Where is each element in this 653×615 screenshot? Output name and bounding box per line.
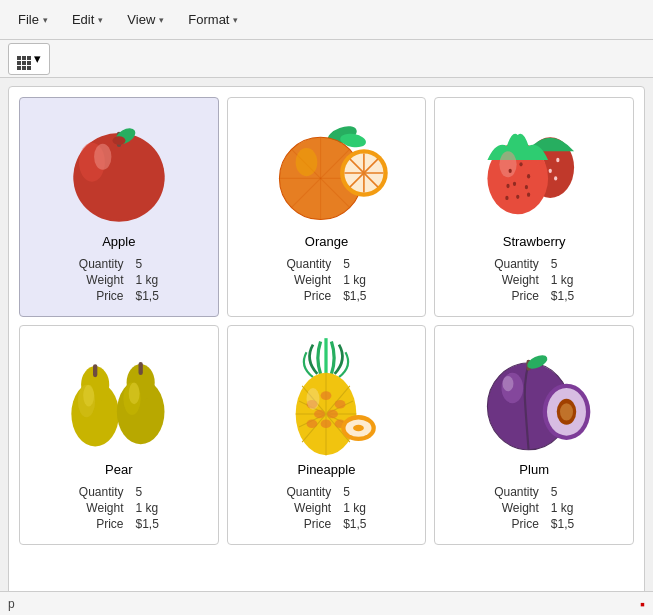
price-label: Price [494,517,539,531]
price-label: Price [79,517,124,531]
format-arrow-icon: ▾ [233,15,238,25]
fruit-image-pear [54,336,184,456]
price-label: Price [286,517,331,531]
fruit-details-apple: Quantity 5 Weight 1 kg Price $1,5 [79,257,159,303]
statusbar-corner-icon: ▪ [640,596,645,612]
fruit-image-orange [261,108,391,228]
fruit-name-apple: Apple [102,234,135,249]
fruit-card-apple[interactable]: Apple Quantity 5 Weight 1 kg Price $1,5 [19,97,219,317]
quantity-label: Quantity [79,257,124,271]
grid-icon [17,48,31,70]
svg-point-65 [307,388,320,410]
menubar: File ▾ Edit ▾ View ▾ Format ▾ [0,0,653,40]
weight-value: 1 kg [551,501,574,515]
weight-value: 1 kg [136,273,159,287]
svg-point-61 [328,410,339,419]
quantity-label: Quantity [494,257,539,271]
menu-file[interactable]: File ▾ [8,8,58,31]
quantity-value: 5 [343,257,366,271]
quantity-value: 5 [136,257,159,271]
file-arrow-icon: ▾ [43,15,48,25]
weight-label: Weight [79,501,124,515]
edit-arrow-icon: ▾ [98,15,103,25]
svg-point-57 [321,392,332,401]
grid-dropdown-arrow: ▾ [34,51,41,66]
fruit-card-pineapple[interactable]: Pineapple Quantity 5 Weight 1 kg Price $… [227,325,427,545]
quantity-label: Quantity [286,485,331,499]
quantity-value: 5 [136,485,159,499]
fruit-card-plum[interactable]: Plum Quantity 5 Weight 1 kg Price $1,5 [434,325,634,545]
quantity-label: Quantity [79,485,124,499]
statusbar: p ▪ [0,591,653,615]
price-value: $1,5 [551,517,574,531]
weight-label: Weight [286,501,331,515]
fruit-name-plum: Plum [519,462,549,477]
price-value: $1,5 [551,289,574,303]
weight-label: Weight [79,273,124,287]
quantity-value: 5 [551,257,574,271]
fruit-image-plum [469,336,599,456]
grid-view-button[interactable]: ▾ [8,43,50,75]
quantity-label: Quantity [286,257,331,271]
weight-label: Weight [494,501,539,515]
svg-rect-47 [138,362,142,375]
price-value: $1,5 [343,517,366,531]
weight-value: 1 kg [551,273,574,287]
price-label: Price [79,289,124,303]
svg-point-72 [503,377,514,392]
quantity-value: 5 [551,485,574,499]
quantity-label: Quantity [494,485,539,499]
fruit-card-orange[interactable]: Orange Quantity 5 Weight 1 kg Price $1,5 [227,97,427,317]
weight-value: 1 kg [136,501,159,515]
svg-point-16 [296,149,318,177]
fruit-details-plum: Quantity 5 Weight 1 kg Price $1,5 [494,485,574,531]
view-arrow-icon: ▾ [159,15,164,25]
svg-point-33 [527,174,530,178]
weight-label: Weight [494,273,539,287]
fruit-image-pineapple [261,336,391,456]
menu-format[interactable]: Format ▾ [178,8,248,31]
svg-point-34 [513,182,516,186]
svg-point-62 [321,420,332,429]
svg-point-60 [315,410,326,419]
price-value: $1,5 [343,289,366,303]
svg-point-26 [556,158,559,162]
svg-point-25 [549,169,552,173]
svg-point-37 [516,195,519,199]
price-label: Price [286,289,331,303]
svg-point-7 [112,137,125,146]
svg-point-36 [507,184,510,188]
menu-view[interactable]: View ▾ [117,8,174,31]
fruit-card-strawberry[interactable]: Strawberry Quantity 5 Weight 1 kg Price … [434,97,634,317]
fruit-image-apple [54,108,184,228]
fruit-details-orange: Quantity 5 Weight 1 kg Price $1,5 [286,257,366,303]
quantity-value: 5 [343,485,366,499]
svg-point-4 [94,144,111,170]
fruit-name-orange: Orange [305,234,348,249]
fruit-name-pineapple: Pineapple [298,462,356,477]
svg-point-39 [505,196,508,200]
fruit-name-strawberry: Strawberry [503,234,566,249]
svg-point-59 [335,400,346,409]
svg-point-35 [525,185,528,189]
toolbar: ▾ [0,40,653,78]
fruit-image-strawberry [469,108,599,228]
cards-grid: Apple Quantity 5 Weight 1 kg Price $1,5 [19,97,634,545]
weight-label: Weight [286,273,331,287]
weight-value: 1 kg [343,273,366,287]
price-value: $1,5 [136,517,159,531]
fruit-details-pineapple: Quantity 5 Weight 1 kg Price $1,5 [286,485,366,531]
price-value: $1,5 [136,289,159,303]
weight-value: 1 kg [343,501,366,515]
svg-point-38 [527,193,530,197]
content-area: Apple Quantity 5 Weight 1 kg Price $1,5 [8,86,645,596]
svg-point-63 [307,420,318,429]
svg-point-78 [560,404,573,421]
price-label: Price [494,289,539,303]
fruit-details-pear: Quantity 5 Weight 1 kg Price $1,5 [79,485,159,531]
svg-point-28 [554,177,557,181]
svg-point-48 [83,385,94,407]
svg-point-68 [354,425,365,431]
menu-edit[interactable]: Edit ▾ [62,8,113,31]
fruit-card-pear[interactable]: Pear Quantity 5 Weight 1 kg Price $1,5 [19,325,219,545]
